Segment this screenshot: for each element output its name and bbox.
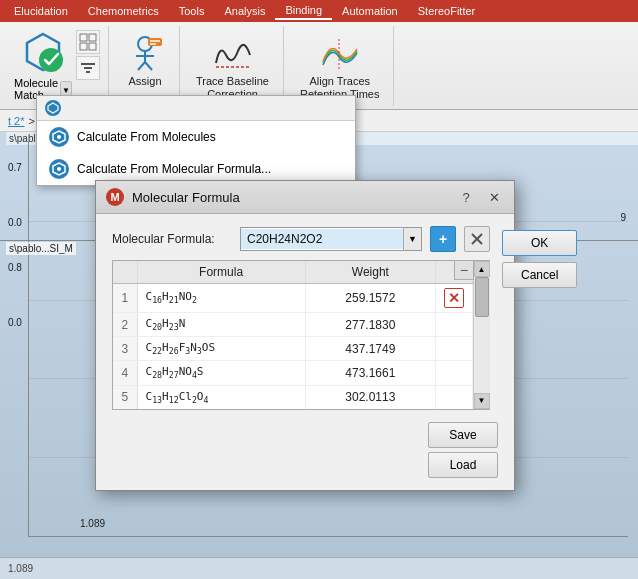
tab-automation[interactable]: Automation — [332, 3, 408, 19]
assign-items: Assign — [119, 30, 171, 98]
molecule-match-icon — [21, 30, 65, 74]
row-5-action — [436, 385, 473, 409]
molecule-match-items: MoleculeMatch ▼ — [14, 30, 100, 101]
tab-stereofitter[interactable]: StereoFitter — [408, 3, 485, 19]
row-2-weight: 277.1830 — [305, 313, 435, 337]
formula-input[interactable] — [241, 229, 403, 249]
file-label-2: s\pablo...SI_M — [6, 242, 76, 255]
row-3-action — [436, 337, 473, 361]
modal-help-btn[interactable]: ? — [456, 187, 476, 207]
x-axis-label: 1.089 — [80, 518, 105, 529]
scrollbar-track[interactable] — [474, 277, 490, 393]
status-bar: 1.089 — [0, 557, 638, 579]
dropdown-header — [37, 96, 355, 121]
formula-clear-btn[interactable] — [464, 226, 490, 252]
scrollbar-up-btn[interactable]: ▲ — [474, 261, 490, 277]
row-1-delete-btn[interactable]: ✕ — [444, 288, 464, 308]
assign-icon — [126, 34, 164, 72]
svg-rect-4 — [80, 43, 87, 50]
molecule-match-group: MoleculeMatch ▼ — [6, 26, 109, 106]
assign-btn[interactable]: Assign — [119, 30, 171, 91]
scrollbar-thumb[interactable] — [475, 277, 489, 317]
scrollbar-down-btn[interactable]: ▼ — [474, 393, 490, 409]
table-scrollbar[interactable]: ▲ ▼ — [473, 261, 489, 409]
row-3-num: 3 — [113, 337, 137, 361]
ok-btn[interactable]: OK — [502, 230, 577, 256]
table-row: 3 C22H26F3N3OS 437.1749 — [113, 337, 473, 361]
trace-baseline-icon — [214, 35, 252, 71]
tab-chemometrics[interactable]: Chemometrics — [78, 3, 169, 19]
row-1-weight: 259.1572 — [305, 284, 435, 313]
chart-y-label-00: 0.0 — [8, 217, 22, 228]
formula-label: Molecular Formula: — [112, 232, 232, 246]
calc-molecules-label: Calculate From Molecules — [77, 130, 216, 144]
molecular-formula-dialog: M Molecular Formula ? ✕ Molecular Formul… — [95, 180, 515, 491]
table-row: 4 C28H27NO4S 473.1661 — [113, 361, 473, 385]
dropdown-icon-inner — [47, 102, 59, 114]
row-2-num: 2 — [113, 313, 137, 337]
save-btn[interactable]: Save — [428, 422, 498, 448]
row-5-weight: 302.0113 — [305, 385, 435, 409]
formula-dropdown-btn[interactable]: ▼ — [403, 228, 421, 250]
table-minus-btn[interactable]: − — [454, 260, 474, 280]
ribbon: Elucidation Chemometrics Tools Analysis … — [0, 0, 638, 110]
row-4-action — [436, 361, 473, 385]
calc-formula-label: Calculate From Molecular Formula... — [77, 162, 271, 176]
status-text: 1.089 — [8, 563, 33, 574]
grid-icon — [79, 33, 97, 51]
table-row: 2 C20H23N 277.1830 — [113, 313, 473, 337]
breadcrumb-item-1[interactable]: t 2* — [8, 115, 25, 127]
svg-marker-19 — [48, 103, 58, 113]
calc-formula-icon-svg — [52, 162, 66, 176]
row-3-weight: 437.1749 — [305, 337, 435, 361]
tab-analysis[interactable]: Analysis — [214, 3, 275, 19]
small-icon-2[interactable] — [76, 56, 100, 80]
col-header-num — [113, 261, 137, 284]
tab-elucidation[interactable]: Elucidation — [4, 3, 78, 19]
calculate-from-molecules-item[interactable]: Calculate From Molecules — [37, 121, 355, 153]
tab-tools[interactable]: Tools — [169, 3, 215, 19]
align-traces-btn[interactable]: Align TracesRetention Times — [294, 30, 385, 104]
table-row: 1 C16H21NO2 259.1572 ✕ — [113, 284, 473, 313]
dropdown-menu: Calculate From Molecules Calculate From … — [36, 95, 356, 186]
assign-group: Assign — [111, 26, 180, 106]
col-header-formula: Formula — [137, 261, 305, 284]
modal-buttons: OK Cancel — [502, 226, 577, 410]
row-5-num: 5 — [113, 385, 137, 409]
row-5-formula: C13H12Cl2O4 — [137, 385, 305, 409]
svg-rect-8 — [86, 71, 90, 73]
dropdown-header-icon — [45, 100, 61, 116]
formula-table: Formula Weight 1 C16H21NO2 259.1572 — [113, 261, 473, 409]
table-row: 5 C13H12Cl2O4 302.0113 — [113, 385, 473, 409]
cancel-btn[interactable]: Cancel — [502, 262, 577, 288]
row-2-action — [436, 313, 473, 337]
formula-table-wrapper: Formula Weight 1 C16H21NO2 259.1572 — [112, 260, 490, 410]
col-header-weight: Weight — [305, 261, 435, 284]
row-4-formula: C28H27NO4S — [137, 361, 305, 385]
trace-baseline-btn[interactable]: Trace BaselineCorrection — [190, 30, 275, 104]
modal-body: Molecular Formula: ▼ + — [96, 214, 514, 422]
svg-rect-3 — [89, 34, 96, 41]
formula-add-btn[interactable]: + — [430, 226, 456, 252]
modal-close-btn[interactable]: ✕ — [484, 187, 504, 207]
svg-rect-14 — [148, 38, 162, 46]
trace-baseline-group: Trace BaselineCorrection — [182, 26, 284, 106]
load-btn[interactable]: Load — [428, 452, 498, 478]
ribbon-tab-bar: Elucidation Chemometrics Tools Analysis … — [0, 0, 638, 22]
molecule-match-btn[interactable]: MoleculeMatch ▼ — [14, 30, 72, 101]
svg-rect-5 — [89, 43, 96, 50]
row-3-formula: C22H26F3N3OS — [137, 337, 305, 361]
tab-binding[interactable]: Binding — [275, 2, 332, 20]
trace-baseline-items: Trace BaselineCorrection — [190, 30, 275, 104]
modal-titlebar: M Molecular Formula ? ✕ — [96, 181, 514, 214]
row-1-num: 1 — [113, 284, 137, 313]
extra-group — [396, 26, 412, 106]
row-2-formula: C20H23N — [137, 313, 305, 337]
chart-y-label-07: 0.7 — [8, 162, 22, 173]
table-area-wrapper: − Formula Weight — [112, 260, 490, 410]
filter-icon — [79, 59, 97, 77]
svg-line-13 — [145, 62, 152, 70]
chart-y-label-0: 0.0 — [8, 317, 22, 328]
modal-title-icon: M — [106, 188, 124, 206]
small-icon-1[interactable] — [76, 30, 100, 54]
